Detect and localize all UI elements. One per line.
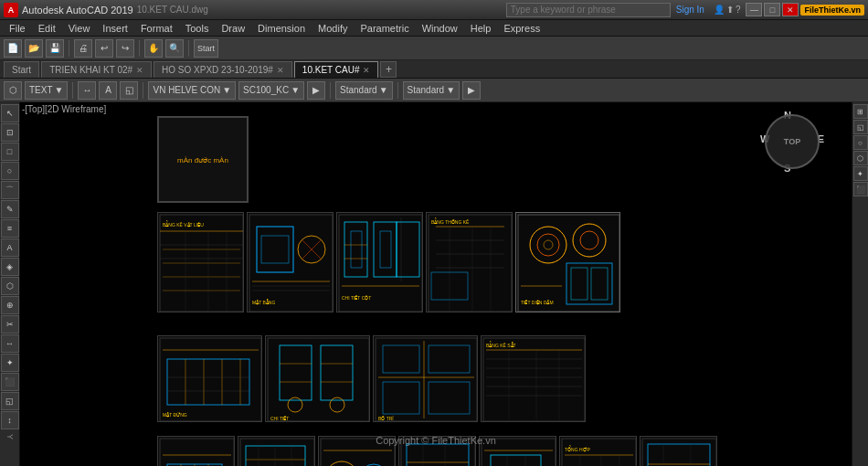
menu-view[interactable]: View <box>63 22 96 35</box>
menu-tools[interactable]: Tools <box>180 22 215 35</box>
tb2-btn-3[interactable]: ◱ <box>120 81 138 100</box>
svg-point-46 <box>544 240 553 249</box>
separator-3 <box>188 40 189 57</box>
drawing-svg-2-2: CHI TIẾT <box>266 336 370 422</box>
tab-trien-khai-close[interactable]: ✕ <box>136 66 143 75</box>
tool-clip[interactable]: ◱ <box>1 392 19 410</box>
tab-ket-cau[interactable]: 10.KET CAU# ✕ <box>294 61 379 78</box>
tool-stretch[interactable]: ↕ <box>1 411 19 429</box>
tool-draw[interactable]: □ <box>1 143 19 161</box>
tool-cut[interactable]: ✂ <box>1 315 19 334</box>
tab-ho-so[interactable]: HO SO XPXD 23-10-2019# ✕ <box>153 61 292 78</box>
pan-button[interactable]: ✋ <box>144 39 163 58</box>
search-input[interactable] <box>506 3 671 17</box>
undo-button[interactable]: ↩ <box>95 39 113 58</box>
svg-rect-28 <box>380 231 391 268</box>
canvas-area[interactable]: -[Top][2D Wireframe] N S E W TOP mÀn đướ… <box>20 102 852 466</box>
drawing-sheet-3-2: DẦM NGANG <box>238 436 315 466</box>
tool-rect[interactable]: ⊡ <box>1 123 19 142</box>
menu-insert[interactable]: Insert <box>97 22 133 35</box>
svg-point-44 <box>530 227 566 263</box>
tab-ho-so-close[interactable]: ✕ <box>277 66 284 75</box>
style2-dropdown[interactable]: Standard ▼ <box>403 81 460 100</box>
style-dropdown[interactable]: Standard ▼ <box>335 81 393 100</box>
svg-text:TỔNG HỢP: TỔNG HỢP <box>565 445 591 452</box>
open-button[interactable]: 📂 <box>25 39 43 58</box>
sign-in-link[interactable]: Sign In <box>676 5 704 15</box>
layer-btn[interactable]: ⬡ <box>4 81 22 100</box>
zoom-button[interactable]: 🔍 <box>165 39 184 58</box>
menu-format[interactable]: Format <box>135 22 178 35</box>
svg-rect-112 <box>321 439 395 466</box>
right-tool-4[interactable]: ⬡ <box>853 151 868 165</box>
menu-draw[interactable]: Draw <box>216 22 250 35</box>
svg-text:MẶT BẰNG: MẶT BẰNG <box>252 299 275 305</box>
redo-button[interactable]: ↪ <box>116 39 134 58</box>
tab-trien-khai-label: TRIEN KHAI KT 02# <box>49 65 132 75</box>
svg-rect-102 <box>240 439 314 466</box>
menu-window[interactable]: Window <box>417 22 463 35</box>
scale-label: SC100_KC <box>243 85 289 95</box>
minimize-button[interactable]: — <box>746 3 762 16</box>
right-tool-6[interactable]: ⬛ <box>853 182 868 196</box>
right-tool-1[interactable]: ⊞ <box>853 104 868 119</box>
save-button[interactable]: 💾 <box>46 39 64 58</box>
menu-file[interactable]: File <box>4 22 31 35</box>
new-button[interactable]: 📄 <box>4 39 22 58</box>
tool-circle[interactable]: ○ <box>1 162 19 180</box>
right-tool-5[interactable]: ✦ <box>853 166 868 181</box>
svg-rect-65 <box>280 345 312 400</box>
title-right: Sign In 👤 ⬆ ? — □ ✕ FileThietKe.vn <box>506 3 864 17</box>
text-dropdown[interactable]: TEXT ▼ <box>25 81 68 100</box>
title-bar: A Autodesk AutoCAD 2019 10.KET CAU.dwg S… <box>0 0 868 20</box>
tb2-btn-4[interactable]: ▶ <box>307 81 325 100</box>
menu-parametric[interactable]: Parametric <box>355 22 414 35</box>
svg-rect-79 <box>383 382 419 414</box>
tool-insert[interactable]: ⊕ <box>1 296 19 314</box>
tab-start[interactable]: Start <box>4 61 39 78</box>
title-sheet: mÀn đước mÀn <box>157 116 249 203</box>
drawing-sheet-1-1: BẢNG KÊ VẬT LIỆU <box>157 212 244 312</box>
svg-text:BẢNG THỐNG KÊ: BẢNG THỐNG KÊ <box>431 217 470 225</box>
tb2-btn-1[interactable]: ↔ <box>78 81 96 100</box>
right-tool-2[interactable]: ◱ <box>853 120 868 134</box>
svg-point-72 <box>330 397 344 412</box>
menu-help[interactable]: Help <box>465 22 497 35</box>
drawing-sheet-3-4: MÓNG ĐƠN <box>398 436 476 466</box>
drawing-svg-3-3: CHI TIẾT NÚT <box>319 437 396 466</box>
tool-mirror[interactable]: ↔ <box>1 334 19 353</box>
style2-dropdown-arrow: ▼ <box>446 85 455 95</box>
menu-edit[interactable]: Edit <box>33 22 61 35</box>
menu-dimension[interactable]: Dimension <box>252 22 311 35</box>
tool-text[interactable]: A <box>1 238 19 257</box>
font-dropdown[interactable]: VN HELVE CON ▼ <box>148 81 236 100</box>
tool-select[interactable]: ↖ <box>1 104 19 122</box>
tool-star[interactable]: ✦ <box>1 354 19 372</box>
tool-arc[interactable]: ⌒ <box>1 181 19 199</box>
svg-rect-24 <box>351 231 362 268</box>
drawing-svg-3-7: CẦU THANG <box>640 437 717 466</box>
tool-block[interactable]: ⬡ <box>1 277 19 295</box>
tool-hatch[interactable]: ≡ <box>1 219 19 238</box>
tb2-btn-5[interactable]: ▶ <box>462 81 481 100</box>
tool-fill[interactable]: ⬛ <box>1 373 19 391</box>
tool-freehand[interactable]: ✎ <box>1 200 19 218</box>
tb2-btn-2[interactable]: A <box>99 81 117 100</box>
tab-trien-khai[interactable]: TRIEN KHAI KT 02# ✕ <box>41 61 152 78</box>
svg-rect-147 <box>642 439 716 466</box>
right-tool-3[interactable]: ○ <box>853 135 868 150</box>
menu-modify[interactable]: Modify <box>312 22 353 35</box>
menu-express[interactable]: Express <box>498 22 545 35</box>
add-tab-button[interactable]: + <box>380 61 397 78</box>
tool-dim[interactable]: ◈ <box>1 258 19 276</box>
close-button[interactable]: ✕ <box>782 3 799 16</box>
svg-rect-33 <box>429 215 512 312</box>
start-tab-btn[interactable]: Start <box>194 39 218 58</box>
svg-rect-78 <box>429 345 470 373</box>
drawing-svg-2-4: BẢNG KÊ SẮT <box>482 336 586 422</box>
scale-dropdown[interactable]: SC100_KC ▼ <box>238 81 304 100</box>
svg-rect-119 <box>401 439 475 466</box>
tab-ket-cau-close[interactable]: ✕ <box>363 66 370 75</box>
print-button[interactable]: 🖨 <box>74 39 92 58</box>
maximize-button[interactable]: □ <box>764 3 780 16</box>
